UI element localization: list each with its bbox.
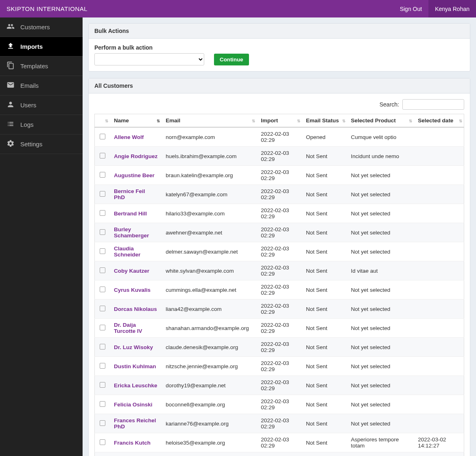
cell-import: 2022-02-03 02:29 xyxy=(257,319,302,338)
row-checkbox[interactable] xyxy=(100,153,105,159)
sort-icon: ⇅ xyxy=(409,118,411,123)
sidebar-item-users[interactable]: Users xyxy=(0,96,83,115)
cell-email: katelyn67@example.com xyxy=(162,185,257,204)
sort-icon: ⇅ xyxy=(157,118,159,123)
table-row: Augustine Beerbraun.katelin@example.org2… xyxy=(95,166,464,185)
customer-name-link[interactable]: Dr. Daija Turcotte IV xyxy=(114,322,142,334)
table-row: Bertrand Hillhilario33@example.com2022-0… xyxy=(95,204,464,223)
signout-link[interactable]: Sign Out xyxy=(393,0,428,17)
cell-email: huels.ibrahim@example.com xyxy=(162,147,257,166)
row-checkbox[interactable] xyxy=(100,248,105,254)
column-header-email[interactable]: Email⇅ xyxy=(162,114,257,128)
row-checkbox[interactable] xyxy=(100,401,105,407)
row-checkbox[interactable] xyxy=(100,267,105,273)
cell-email: awehner@example.net xyxy=(162,223,257,242)
cell-import: 2022-02-03 02:29 xyxy=(257,452,302,456)
bulk-action-select[interactable] xyxy=(94,53,204,65)
customer-name-link[interactable]: Ericka Leuschke xyxy=(114,382,157,389)
customer-name-link[interactable]: Dustin Kuhlman xyxy=(114,363,156,369)
row-checkbox[interactable] xyxy=(100,382,105,388)
table-row: Ericka Leuschkedorothy19@example.net2022… xyxy=(95,376,464,395)
search-label: Search: xyxy=(380,101,399,108)
customer-name-link[interactable]: Augustine Beer xyxy=(114,172,155,178)
cell-date xyxy=(414,452,464,456)
sidebar-item-emails[interactable]: Emails xyxy=(0,76,83,96)
cell-date xyxy=(414,204,464,223)
sidebar-item-logs[interactable]: Logs xyxy=(0,115,83,135)
cell-import: 2022-02-03 02:29 xyxy=(257,204,302,223)
table-row: Gino Flatleyaliza.wunsch@example.net2022… xyxy=(95,452,464,456)
row-checkbox[interactable] xyxy=(100,134,105,139)
main-content: Bulk Actions Perform a bulk action Conti… xyxy=(83,17,476,456)
cell-product: Not yet selected xyxy=(347,319,414,338)
cell-date xyxy=(414,300,464,319)
upload-icon xyxy=(7,42,15,51)
table-row: Dr. Luz Wisokyclaude.denesik@example.org… xyxy=(95,338,464,357)
sidebar-item-label: Customers xyxy=(20,24,50,30)
customer-name-link[interactable]: Dorcas Nikolaus xyxy=(114,306,157,312)
cell-status: Not Sent xyxy=(302,204,347,223)
column-header-checkbox[interactable]: ⇅ xyxy=(95,114,110,128)
customer-name-link[interactable]: Frances Reichel PhD xyxy=(114,417,156,430)
row-checkbox[interactable] xyxy=(100,439,105,445)
cell-product: Not yet selected xyxy=(347,166,414,185)
customers-title: All Customers xyxy=(89,78,470,93)
cell-status: Not Sent xyxy=(302,395,347,414)
row-checkbox[interactable] xyxy=(100,229,105,235)
search-input[interactable] xyxy=(402,99,464,110)
customer-name-link[interactable]: Bertrand Hill xyxy=(114,211,147,217)
table-row: Burley Schambergerawehner@example.net202… xyxy=(95,223,464,242)
continue-button[interactable]: Continue xyxy=(214,54,249,65)
customer-name-link[interactable]: Burley Schamberger xyxy=(114,226,149,239)
sort-icon: ⇅ xyxy=(297,118,299,123)
cell-email: braun.katelin@example.org xyxy=(162,166,257,185)
row-checkbox[interactable] xyxy=(100,325,105,330)
cell-date xyxy=(414,319,464,338)
column-header-selected-product[interactable]: Selected Product⇅ xyxy=(347,114,414,128)
user-menu[interactable]: Kenya Rohan xyxy=(428,0,476,17)
sort-icon: ⇅ xyxy=(342,118,345,123)
cell-product: Asperiores tempore totam xyxy=(347,433,414,452)
table-row: Coby Kautzerwhite.sylvan@example.com2022… xyxy=(95,261,464,280)
customer-name-link[interactable]: Bernice Feil PhD xyxy=(114,188,145,200)
sidebar-item-imports[interactable]: Imports xyxy=(0,37,83,56)
table-row: Dustin Kuhlmannitzsche.jennie@example.or… xyxy=(95,357,464,376)
customer-name-link[interactable]: Francis Kutch xyxy=(114,440,151,446)
row-checkbox[interactable] xyxy=(100,306,105,311)
sidebar-item-settings[interactable]: Settings xyxy=(0,135,83,154)
table-row: Bernice Feil PhDkatelyn67@example.com202… xyxy=(95,185,464,204)
cell-product: Not yet selected xyxy=(347,338,414,357)
row-checkbox[interactable] xyxy=(100,191,105,197)
table-row: Francis Kutchheloise35@example.org2022-0… xyxy=(95,433,464,452)
customer-name-link[interactable]: Felicia Osinski xyxy=(114,402,153,408)
sidebar-item-label: Settings xyxy=(20,141,42,148)
cell-email: hilario33@example.com xyxy=(162,204,257,223)
cell-product: Not yet selected xyxy=(347,300,414,319)
row-checkbox[interactable] xyxy=(100,287,105,292)
row-checkbox[interactable] xyxy=(100,363,105,369)
table-row: Dorcas Nikolausliana42@example.com2022-0… xyxy=(95,300,464,319)
sidebar-item-customers[interactable]: Customers xyxy=(0,17,83,37)
row-checkbox[interactable] xyxy=(100,210,105,216)
column-header-selected-date[interactable]: Selected date⇅ xyxy=(414,114,464,128)
cell-date xyxy=(414,280,464,300)
cell-date xyxy=(414,166,464,185)
customer-name-link[interactable]: Claudia Schneider xyxy=(114,245,140,258)
customer-name-link[interactable]: Cyrus Kuvalis xyxy=(114,287,151,293)
row-checkbox[interactable] xyxy=(100,420,105,426)
row-checkbox[interactable] xyxy=(100,344,105,350)
table-row: Claudia Schneiderdelmer.sawayn@example.n… xyxy=(95,242,464,261)
cell-import: 2022-02-03 02:29 xyxy=(257,242,302,261)
customer-name-link[interactable]: Coby Kautzer xyxy=(114,268,149,274)
column-header-email-status[interactable]: Email Status⇅ xyxy=(302,114,347,128)
cell-status: Not Sent xyxy=(302,300,347,319)
column-header-import[interactable]: Import⇅ xyxy=(257,114,302,128)
column-header-name[interactable]: Name⇅ xyxy=(110,114,162,128)
row-checkbox[interactable] xyxy=(100,172,105,178)
customer-name-link[interactable]: Allene Wolf xyxy=(114,134,144,140)
cell-email: delmer.sawayn@example.net xyxy=(162,242,257,261)
cell-status: Not Sent xyxy=(302,280,347,300)
customer-name-link[interactable]: Dr. Luz Wisoky xyxy=(114,344,153,350)
customer-name-link[interactable]: Angie Rodriguez xyxy=(114,153,157,159)
sidebar-item-templates[interactable]: Templates xyxy=(0,56,83,76)
